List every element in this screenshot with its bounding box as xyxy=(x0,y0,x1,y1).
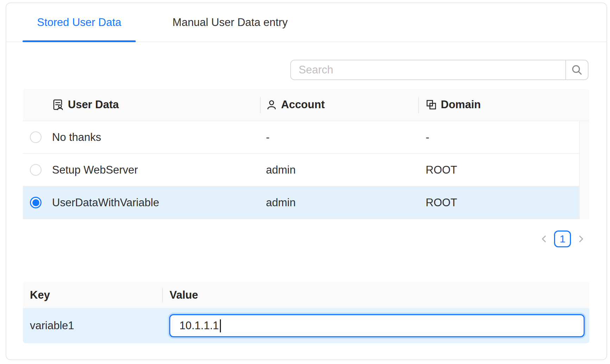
column-header-value: Value xyxy=(163,289,589,301)
variables-table: Key Value variable1 10.1.1.1 xyxy=(23,282,589,343)
column-header-user-data: User Data xyxy=(46,98,260,111)
search-icon xyxy=(571,64,583,76)
table-body: No thanks - - Setup WebServer admin ROOT… xyxy=(23,121,589,219)
pagination-prev-button[interactable] xyxy=(539,230,549,247)
chevron-right-icon xyxy=(576,234,585,243)
cell-account: admin xyxy=(260,164,419,176)
tab-stored-user-data[interactable]: Stored User Data xyxy=(23,3,136,41)
variable-value-cell: 10.1.1.1 xyxy=(163,314,589,337)
header-divider xyxy=(260,97,261,113)
tab-manual-user-data-entry[interactable]: Manual User Data entry xyxy=(161,3,299,41)
tab-bar: Stored User Data Manual User Data entry xyxy=(6,3,606,42)
column-header-domain: Domain xyxy=(419,98,589,111)
search-input[interactable] xyxy=(290,60,566,80)
chevron-left-icon xyxy=(540,234,549,243)
user-data-panel: Stored User Data Manual User Data entry xyxy=(6,2,607,360)
text-cursor xyxy=(220,319,221,332)
cell-domain: - xyxy=(419,131,589,144)
pagination-next-button[interactable] xyxy=(576,230,586,247)
table-row[interactable]: Setup WebServer admin ROOT xyxy=(23,154,589,187)
variable-value-input[interactable]: 10.1.1.1 xyxy=(169,314,585,337)
cell-account: admin xyxy=(260,196,419,209)
block-icon xyxy=(426,99,437,110)
cell-user-data: Setup WebServer xyxy=(46,164,260,176)
radio-userdatawithvariable[interactable] xyxy=(30,197,42,208)
pagination: 1 xyxy=(539,230,586,247)
kv-table-header: Key Value xyxy=(23,282,589,308)
kv-table-row: variable1 10.1.1.1 xyxy=(23,308,589,343)
variable-value-text: 10.1.1.1 xyxy=(179,319,219,332)
cell-domain: ROOT xyxy=(419,196,589,209)
radio-no-thanks[interactable] xyxy=(30,131,42,143)
active-tab-indicator xyxy=(23,40,136,42)
cell-user-data: UserDataWithVariable xyxy=(46,196,260,209)
solution-icon xyxy=(52,99,64,111)
user-data-table: User Data Account Domain xyxy=(23,89,589,219)
column-header-key: Key xyxy=(23,289,163,301)
column-header-account: Account xyxy=(260,98,419,111)
header-divider xyxy=(162,288,163,303)
table-row-selected[interactable]: UserDataWithVariable admin ROOT xyxy=(23,187,589,219)
table-row[interactable]: No thanks - - xyxy=(23,121,589,154)
table-scrollbar-track[interactable] xyxy=(579,121,589,219)
table-header: User Data Account Domain xyxy=(23,89,589,121)
column-label-account: Account xyxy=(281,98,325,111)
cell-account: - xyxy=(260,131,419,144)
column-label-domain: Domain xyxy=(441,98,481,111)
variable-key-label: variable1 xyxy=(23,319,163,332)
radio-setup-webserver[interactable] xyxy=(30,164,42,176)
column-label-user-data: User Data xyxy=(68,98,119,111)
cell-domain: ROOT xyxy=(419,164,589,176)
header-divider xyxy=(418,97,419,113)
search-group xyxy=(290,60,589,80)
pagination-page-1[interactable]: 1 xyxy=(554,230,571,247)
user-icon xyxy=(266,99,277,110)
cell-user-data: No thanks xyxy=(46,131,260,144)
search-button[interactable] xyxy=(566,60,589,80)
